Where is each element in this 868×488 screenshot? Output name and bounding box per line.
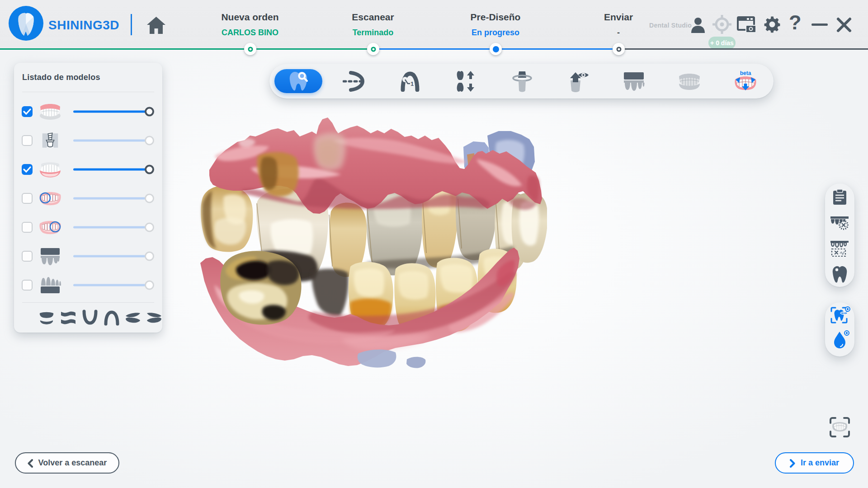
svg-text:1: 1 — [410, 80, 414, 87]
svg-text:beta: beta — [740, 70, 751, 76]
